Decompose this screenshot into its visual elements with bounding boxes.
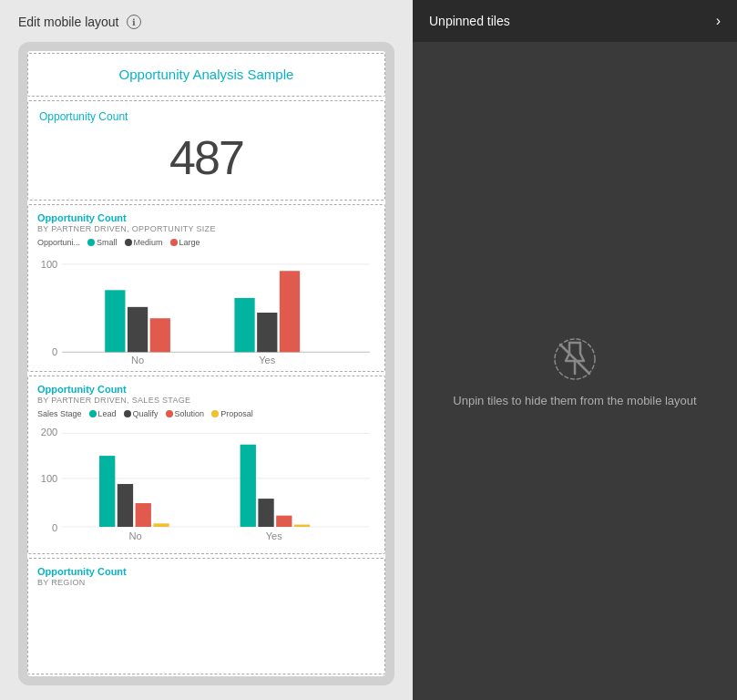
svg-rect-22 [153, 523, 169, 527]
mobile-frame: Opportunity Analysis Sample Opportunity … [18, 42, 394, 685]
chart2-legend: Sales Stage Lead Qualify Solution [37, 409, 375, 418]
right-header-title: Unpinned tiles [429, 14, 510, 28]
svg-text:0: 0 [52, 522, 57, 533]
svg-rect-23 [241, 444, 256, 526]
chart2-title: Opportunity Count [37, 384, 375, 395]
chart2-legend-label: Sales Stage [37, 409, 82, 418]
right-header-arrow[interactable]: › [716, 13, 721, 29]
svg-rect-6 [128, 307, 148, 352]
chart1-title: Opportunity Count [37, 212, 375, 223]
svg-rect-8 [234, 298, 254, 352]
svg-text:No: No [131, 355, 144, 364]
tile-count-label: Opportunity Count [39, 110, 374, 123]
svg-rect-26 [294, 524, 310, 526]
chart2-legend-solution: Solution [166, 409, 205, 418]
svg-rect-5 [105, 290, 125, 352]
chart1-area: 100 0 [37, 251, 375, 364]
chart1-legend: Opportuni... Small Medium Large [37, 238, 375, 247]
tile-title[interactable]: Opportunity Analysis Sample [27, 53, 385, 97]
svg-rect-7 [150, 318, 170, 352]
chart1-legend-label: Opportuni... [37, 238, 80, 247]
svg-rect-20 [118, 484, 133, 527]
chart1-legend-small: Small [87, 238, 118, 247]
chart2-subtitle: BY PARTNER DRIVEN, SALES STAGE [37, 396, 375, 405]
mobile-inner: Opportunity Analysis Sample Opportunity … [27, 51, 385, 676]
svg-text:100: 100 [41, 259, 58, 270]
tile-chart-1[interactable]: Opportunity Count BY PARTNER DRIVEN, OPP… [27, 204, 385, 372]
chart1-subtitle: BY PARTNER DRIVEN, OPPORTUNITY SIZE [37, 224, 375, 233]
svg-text:100: 100 [41, 472, 58, 483]
svg-rect-24 [258, 499, 273, 527]
svg-rect-25 [276, 515, 292, 526]
right-content: Unpin tiles to hide them from the mobile… [413, 42, 737, 700]
chart1-svg: 100 0 [37, 251, 375, 364]
svg-text:200: 200 [41, 426, 58, 437]
svg-rect-10 [280, 271, 300, 352]
chart2-legend-lead: Lead [89, 409, 117, 418]
svg-rect-21 [136, 503, 151, 527]
tile-chart-2[interactable]: Opportunity Count BY PARTNER DRIVEN, SAL… [27, 376, 385, 554]
tile-count-number: 487 [39, 130, 374, 185]
left-panel: Edit mobile layout ℹ Opportunity Analysi… [0, 0, 413, 700]
right-header: Unpinned tiles › [413, 0, 737, 42]
panel-header: Edit mobile layout ℹ [18, 15, 394, 29]
unpin-icon [551, 335, 599, 383]
unpin-message: Unpin tiles to hide them from the mobile… [453, 394, 696, 407]
tile-count[interactable]: Opportunity Count 487 [27, 100, 385, 201]
chart1-legend-medium: Medium [125, 238, 163, 247]
region-title: Opportunity Count [37, 566, 375, 577]
svg-text:Yes: Yes [259, 355, 276, 364]
region-subtitle: BY REGION [37, 578, 375, 587]
tile-region[interactable]: Opportunity Count BY REGION [27, 558, 385, 674]
tile-title-text: Opportunity Analysis Sample [119, 67, 294, 82]
right-panel: Unpinned tiles › Unpin tiles to hide the… [413, 0, 737, 700]
chart2-svg: 200 100 0 [37, 422, 375, 546]
svg-text:Yes: Yes [266, 530, 283, 540]
svg-text:No: No [128, 530, 141, 540]
svg-text:0: 0 [52, 346, 57, 357]
svg-rect-9 [257, 313, 277, 352]
unpin-icon-area: Unpin tiles to hide them from the mobile… [453, 335, 696, 407]
panel-header-title: Edit mobile layout [18, 15, 119, 29]
chart2-area: 200 100 0 [37, 422, 375, 546]
svg-rect-19 [99, 456, 115, 527]
chart2-legend-qualify: Qualify [124, 409, 159, 418]
chart2-legend-proposal: Proposal [211, 409, 253, 418]
chart1-legend-large: Large [170, 238, 200, 247]
info-icon[interactable]: ℹ [127, 15, 141, 29]
